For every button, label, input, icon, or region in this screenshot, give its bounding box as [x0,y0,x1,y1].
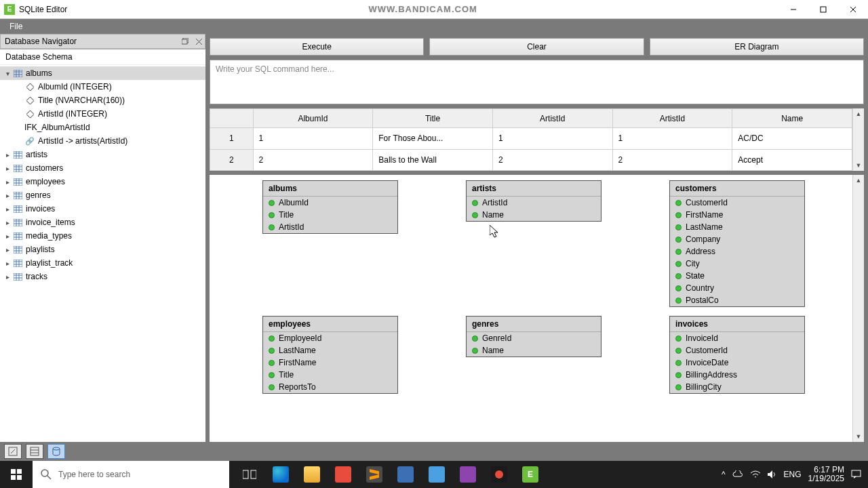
chevron-right-icon[interactable]: ▸ [3,260,12,267]
tray-wifi-icon[interactable] [750,470,761,479]
execute-button[interactable]: Execute [210,38,424,56]
scroll-down-icon[interactable]: ▼ [853,160,864,171]
app-mail-icon[interactable] [422,461,452,488]
scroll-up-icon[interactable]: ▲ [853,175,864,186]
tree-column[interactable]: Title (NVARCHAR(160)) [0,94,205,107]
grid-cell[interactable]: Balls to the Wall [373,149,493,171]
sql-input[interactable]: Write your SQL command here... [210,60,864,104]
taskbar-search[interactable]: Type here to search [33,461,229,488]
entity-customers[interactable]: customersCustomerIdFirstNameLastNameComp… [669,180,805,307]
key-dot-icon [675,298,682,304]
tree-fk-detail[interactable]: 🔗 ArtistId -> artists(ArtistId) [0,134,205,148]
app-sublime-icon[interactable] [359,461,389,488]
search-placeholder: Type here to search [58,470,130,479]
app-edge-icon[interactable] [266,461,296,488]
tree-table-invoice_items[interactable]: ▸invoice_items [0,216,205,229]
entity-invoices[interactable]: invoicesInvoiceIdCustomerIdInvoiceDateBi… [669,316,805,394]
tray-language[interactable]: ENG [784,470,802,479]
app-explorer-icon[interactable] [297,461,327,488]
grid-header[interactable]: ArtistId [492,109,612,128]
tray-volume-icon[interactable] [768,470,777,479]
entity-genres[interactable]: genresGenreIdName [466,316,601,357]
chevron-right-icon[interactable]: ▸ [3,192,12,199]
table-row[interactable]: 11For Those Abou...11AC/DC [210,128,852,150]
grid-cell[interactable]: AC/DC [732,128,852,150]
status-edit-icon[interactable] [4,444,22,459]
tree-table-genres[interactable]: ▸genres [0,188,205,202]
status-db-icon[interactable] [47,444,65,459]
erdiagram-button[interactable]: ER Diagram [650,38,864,56]
tree-table-playlist_track[interactable]: ▸playlist_track [0,256,205,270]
grid-cell[interactable]: 2 [253,149,373,171]
start-button[interactable] [0,461,33,488]
entity-column: AlbumId [263,197,397,209]
app-vs-icon[interactable] [453,461,483,488]
svg-rect-56 [14,260,22,267]
entity-albums[interactable]: albumsAlbumIdTitleArtistId [262,180,398,234]
grid-header[interactable]: Title [373,109,493,128]
er-canvas[interactable]: albumsAlbumIdTitleArtistIdartistsArtistI… [210,175,852,442]
app-red-icon[interactable] [328,461,358,488]
grid-cell[interactable]: 1 [253,128,373,150]
tree-table-artists[interactable]: ▸artists [0,148,205,161]
grid-cell[interactable]: 2 [612,149,732,171]
scroll-up-icon[interactable]: ▲ [853,108,864,119]
grid-scrollbar[interactable]: ▲ ▼ [852,108,864,171]
tree-column[interactable]: AlbumId (INTEGER) [0,80,205,94]
tree-table-invoices[interactable]: ▸invoices [0,202,205,216]
entity-employees[interactable]: employeesEmployeeIdLastNameFirstNameTitl… [262,316,398,394]
chevron-down-icon[interactable]: ▾ [3,70,12,77]
key-dot-icon [675,249,682,255]
tree-table-media_types[interactable]: ▸media_types [0,229,205,243]
entity-artists[interactable]: artistsArtistIdName [466,180,601,222]
tray-cloud-icon[interactable] [732,470,743,479]
table-row[interactable]: 22Balls to the Wall22Accept [210,149,852,171]
status-table-icon[interactable] [26,444,43,459]
grid-header[interactable]: AlbumId [253,109,373,128]
grid-cell[interactable]: Accept [732,149,852,171]
key-dot-icon [675,384,682,390]
task-view-icon[interactable] [235,461,264,488]
chevron-right-icon[interactable]: ▸ [3,246,12,253]
restore-panel-icon[interactable] [179,35,191,47]
tree-table-customers[interactable]: ▸customers [0,161,205,175]
tree-column[interactable]: ArtistId (INTEGER) [0,107,205,121]
grid-header[interactable]: ArtistId [612,109,732,128]
table-icon [12,163,23,173]
grid-header[interactable]: Name [732,109,852,128]
minimize-button[interactable] [778,0,808,19]
chevron-right-icon[interactable]: ▸ [3,273,12,281]
grid-cell[interactable]: For Those Abou... [373,128,493,150]
tray-notifications-icon[interactable] [851,470,861,479]
grid-cell[interactable]: 1 [612,128,732,150]
chevron-right-icon[interactable]: ▸ [3,205,12,213]
tray-chevron-icon[interactable]: ^ [722,470,726,479]
entity-column: Name [467,344,601,357]
tree-table-employees[interactable]: ▸employees [0,175,205,188]
close-panel-icon[interactable] [193,35,205,47]
tree-table-playlists[interactable]: ▸playlists [0,243,205,256]
chevron-right-icon[interactable]: ▸ [3,165,12,172]
clear-button[interactable]: Clear [429,38,644,56]
grid-cell[interactable]: 2 [492,149,612,171]
entity-column: LastName [263,344,397,357]
er-scrollbar[interactable]: ▲ ▼ [852,175,864,442]
tree-fk-header[interactable]: IFK_AlbumArtistId [0,121,205,134]
close-button[interactable] [838,0,868,19]
tray-clock[interactable]: 6:17 PM 1/19/2025 [808,466,844,483]
app-sqlite-editor-icon[interactable]: E [515,461,545,488]
chevron-right-icon[interactable]: ▸ [3,151,12,159]
maximize-button[interactable] [808,0,838,19]
chevron-right-icon[interactable]: ▸ [3,232,12,240]
app-calc-icon[interactable] [391,461,420,488]
menu-file[interactable]: File [4,20,28,33]
tree-table-albums[interactable]: ▾ albums [0,66,205,80]
tree-table-tracks[interactable]: ▸tracks [0,270,205,283]
chevron-right-icon[interactable]: ▸ [3,219,12,226]
chevron-right-icon[interactable]: ▸ [3,178,12,186]
grid-cell[interactable]: 1 [492,128,612,150]
entity-column: Country [670,282,804,294]
entity-column: PostalCo [670,294,804,306]
scroll-down-icon[interactable]: ▼ [853,431,864,442]
app-record-icon[interactable] [484,461,514,488]
